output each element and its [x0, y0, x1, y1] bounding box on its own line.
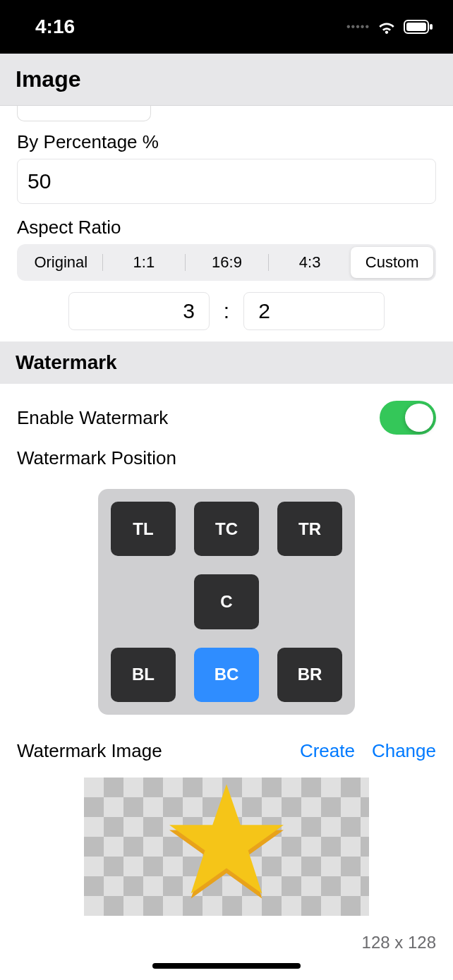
aspect-ratio-segmented[interactable]: Original 1:1 16:9 4:3 Custom: [17, 244, 436, 281]
ratio-height-input[interactable]: 2: [243, 292, 385, 330]
status-dots-icon: •••••: [346, 20, 370, 33]
position-br[interactable]: BR: [277, 648, 342, 702]
page-title: Image: [16, 66, 437, 92]
position-tr[interactable]: TR: [277, 502, 342, 556]
watermark-image-row: Watermark Image Create Change: [0, 719, 453, 769]
star-icon: [163, 782, 290, 912]
resize-mode-segmented-cut[interactable]: [17, 106, 436, 121]
watermark-size-text: 128 x 128: [0, 924, 453, 961]
aspect-option-1-1[interactable]: 1:1: [103, 247, 186, 278]
position-c[interactable]: C: [194, 574, 259, 629]
svg-rect-2: [430, 24, 433, 30]
position-bl[interactable]: BL: [111, 648, 176, 702]
home-indicator[interactable]: [152, 963, 301, 969]
page-title-bar: Image: [0, 54, 453, 106]
wifi-icon: [377, 19, 397, 35]
percentage-label: By Percentage %: [17, 131, 436, 153]
watermark-section-header: Watermark: [0, 341, 453, 384]
aspect-option-custom[interactable]: Custom: [351, 247, 433, 278]
change-watermark-button[interactable]: Change: [372, 740, 436, 762]
aspect-option-4-3[interactable]: 4:3: [269, 247, 351, 278]
ratio-width-input[interactable]: 3: [68, 292, 210, 330]
svg-rect-1: [406, 23, 426, 31]
position-ml-empty: [111, 574, 176, 629]
aspect-ratio-label: Aspect Ratio: [17, 217, 436, 238]
status-time: 4:16: [35, 16, 75, 38]
position-bc[interactable]: BC: [194, 648, 259, 702]
status-icons: •••••: [346, 19, 433, 35]
battery-icon: [404, 20, 433, 34]
toggle-knob: [405, 404, 433, 432]
aspect-option-16-9[interactable]: 16:9: [186, 247, 268, 278]
enable-watermark-row: Enable Watermark: [0, 384, 453, 442]
watermark-preview[interactable]: [84, 778, 369, 916]
watermark-position-grid: TL TC TR C BL BC BR: [98, 489, 355, 715]
enable-watermark-toggle[interactable]: [380, 401, 436, 435]
percentage-input[interactable]: 50: [17, 159, 436, 204]
watermark-image-label: Watermark Image: [17, 740, 162, 762]
aspect-ratio-custom-row: 3 : 2: [17, 292, 436, 330]
position-mr-empty: [277, 574, 342, 629]
aspect-option-original[interactable]: Original: [20, 247, 102, 278]
ratio-colon: :: [224, 299, 229, 323]
position-tc[interactable]: TC: [194, 502, 259, 556]
status-bar: 4:16 •••••: [0, 0, 453, 54]
create-watermark-button[interactable]: Create: [300, 740, 355, 762]
position-tl[interactable]: TL: [111, 502, 176, 556]
watermark-position-label: Watermark Position: [17, 447, 436, 469]
enable-watermark-label: Enable Watermark: [17, 407, 168, 429]
